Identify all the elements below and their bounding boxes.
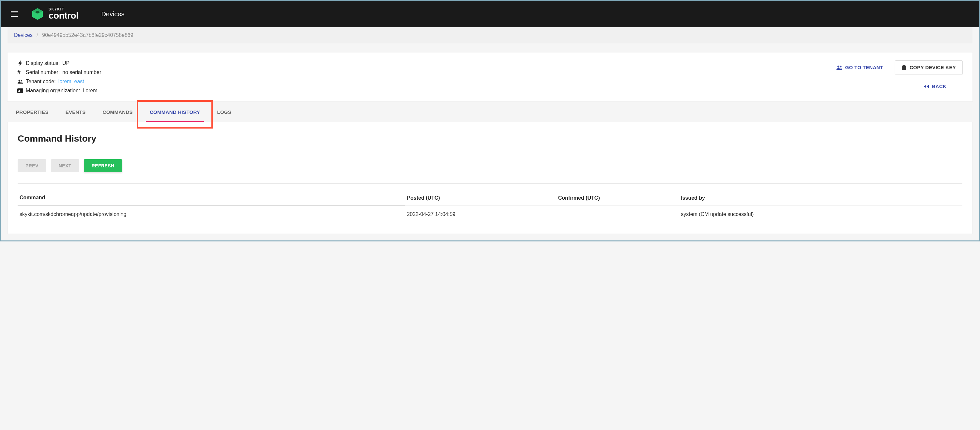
- th-command: Command: [18, 190, 405, 206]
- svg-rect-10: [903, 65, 905, 66]
- th-posted: Posted (UTC): [405, 190, 556, 206]
- cell-issued-by: system (CM update successful): [679, 206, 963, 223]
- tabs: PROPERTIES EVENTS COMMANDS COMMAND HISTO…: [8, 102, 972, 123]
- cell-posted: 2022-04-27 14:04:59: [405, 206, 556, 223]
- rewind-icon: [923, 84, 929, 89]
- svg-point-0: [19, 80, 20, 81]
- tenant-row: Tenant code: lorem_east: [17, 79, 101, 84]
- logo[interactable]: SKYKIT control: [31, 8, 78, 21]
- id-card-icon: [17, 88, 23, 94]
- device-info-card: Display status: UP # Serial number: no s…: [8, 53, 972, 102]
- history-table: Command Posted (UTC) Confirmed (UTC) Iss…: [18, 190, 963, 223]
- back-label: BACK: [932, 83, 947, 89]
- back-button[interactable]: BACK: [923, 83, 947, 89]
- skykit-logo-icon: [31, 8, 44, 21]
- svg-point-3: [19, 90, 20, 91]
- menu-icon[interactable]: [11, 11, 18, 17]
- tab-properties[interactable]: PROPERTIES: [8, 102, 57, 122]
- tab-command-history[interactable]: COMMAND HISTORY: [141, 102, 209, 122]
- svg-rect-9: [902, 65, 906, 70]
- logo-product: control: [49, 11, 78, 20]
- tenant-label: Tenant code:: [26, 79, 56, 84]
- command-history-panel: Command History PREV NEXT REFRESH Comman…: [8, 123, 972, 234]
- th-issued-by: Issued by: [679, 190, 963, 206]
- breadcrumb-current: 90e4949bb52e43a7b8fe29c40758e869: [42, 32, 133, 38]
- go-to-tenant-button[interactable]: GO TO TENANT: [836, 65, 883, 70]
- cell-confirmed: [556, 206, 679, 223]
- cell-command: skykit.com/skdchromeapp/update/provision…: [18, 206, 405, 223]
- panel-title: Command History: [18, 134, 963, 150]
- breadcrumb-root[interactable]: Devices: [14, 32, 33, 38]
- refresh-button[interactable]: REFRESH: [84, 159, 123, 172]
- svg-point-1: [21, 80, 22, 81]
- serial-label: Serial number:: [26, 70, 60, 75]
- org-value: Lorem: [83, 88, 97, 94]
- next-button[interactable]: NEXT: [51, 159, 79, 172]
- breadcrumb: Devices / 90e4949bb52e43a7b8fe29c40758e8…: [8, 27, 972, 43]
- prev-button[interactable]: PREV: [18, 159, 46, 172]
- svg-point-7: [837, 65, 839, 67]
- users-icon: [836, 65, 843, 70]
- table-row: skykit.com/skdchromeapp/update/provision…: [18, 206, 963, 223]
- hash-icon: #: [17, 70, 23, 75]
- tenant-link[interactable]: lorem_east: [58, 79, 84, 84]
- svg-rect-4: [18, 91, 21, 92]
- display-status-value: UP: [62, 61, 70, 66]
- serial-value: no serial number: [62, 70, 101, 75]
- th-confirmed: Confirmed (UTC): [556, 190, 679, 206]
- svg-rect-6: [21, 91, 22, 91]
- copy-device-key-label: COPY DEVICE KEY: [910, 65, 956, 70]
- table-header-row: Command Posted (UTC) Confirmed (UTC) Iss…: [18, 190, 963, 206]
- org-label: Managing organization:: [26, 88, 80, 94]
- top-bar: SKYKIT control Devices: [1, 1, 979, 27]
- breadcrumb-separator: /: [37, 32, 38, 38]
- bolt-icon: [17, 61, 23, 66]
- display-status-row: Display status: UP: [17, 61, 101, 66]
- tab-commands[interactable]: COMMANDS: [94, 102, 141, 122]
- display-status-label: Display status:: [26, 61, 60, 66]
- clipboard-icon: [902, 65, 906, 70]
- serial-row: # Serial number: no serial number: [17, 70, 101, 75]
- go-to-tenant-label: GO TO TENANT: [845, 65, 883, 70]
- tab-logs[interactable]: LOGS: [208, 102, 240, 122]
- users-icon: [17, 79, 23, 84]
- svg-rect-5: [21, 90, 22, 90]
- svg-point-8: [840, 65, 842, 67]
- section-title: Devices: [101, 10, 124, 18]
- copy-device-key-button[interactable]: COPY DEVICE KEY: [895, 61, 963, 74]
- org-row: Managing organization: Lorem: [17, 88, 101, 94]
- tab-events[interactable]: EVENTS: [57, 102, 94, 122]
